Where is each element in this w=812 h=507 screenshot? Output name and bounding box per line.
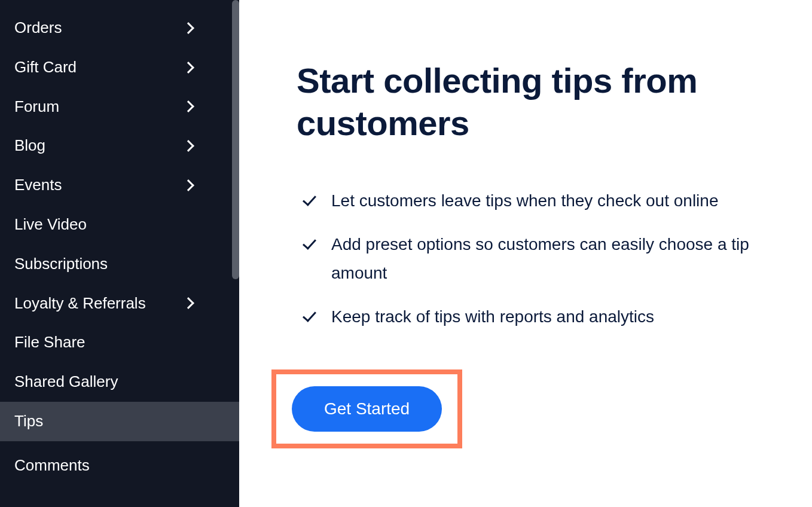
sidebar-item-label: Live Video bbox=[14, 215, 222, 235]
sidebar-item-label: Orders bbox=[14, 18, 184, 38]
sidebar-item-label: Subscriptions bbox=[14, 254, 222, 274]
check-icon bbox=[301, 236, 318, 251]
sidebar-item-label: Gift Card bbox=[14, 57, 184, 78]
chevron-right-icon bbox=[182, 22, 194, 34]
sidebar-item-label: Loyalty & Referrals bbox=[14, 294, 184, 314]
chevron-right-icon bbox=[182, 179, 194, 191]
feature-text: Keep track of tips with reports and anal… bbox=[331, 303, 654, 331]
check-icon bbox=[301, 309, 318, 323]
sidebar-item-label: Blog bbox=[14, 136, 184, 156]
feature-item: Keep track of tips with reports and anal… bbox=[301, 303, 756, 331]
check-icon bbox=[301, 193, 318, 207]
sidebar-separator bbox=[0, 441, 239, 446]
sidebar-item-blog[interactable]: Blog bbox=[0, 126, 239, 166]
feature-text: Add preset options so customers can easi… bbox=[331, 230, 756, 287]
sidebar-item-subscriptions[interactable]: Subscriptions bbox=[0, 245, 239, 284]
feature-item: Let customers leave tips when they check… bbox=[301, 187, 756, 215]
chevron-right-icon bbox=[182, 140, 194, 152]
sidebar-item-events[interactable]: Events bbox=[0, 166, 239, 205]
sidebar-item-gift-card[interactable]: Gift Card bbox=[0, 48, 239, 87]
sidebar-item-live-video[interactable]: Live Video bbox=[0, 205, 239, 245]
sidebar: Orders Gift Card Forum Blog Events Live … bbox=[0, 0, 239, 507]
sidebar-item-tips[interactable]: Tips bbox=[0, 402, 239, 441]
sidebar-item-label: Shared Gallery bbox=[14, 372, 222, 392]
sidebar-item-orders[interactable]: Orders bbox=[0, 8, 239, 48]
feature-list: Let customers leave tips when they check… bbox=[301, 187, 770, 331]
sidebar-item-file-share[interactable]: File Share bbox=[0, 323, 239, 362]
page-title: Start collecting tips from customers bbox=[297, 60, 770, 145]
sidebar-item-label: Tips bbox=[14, 411, 222, 432]
sidebar-item-label: Events bbox=[14, 175, 184, 196]
get-started-button[interactable]: Get Started bbox=[292, 386, 442, 432]
sidebar-item-label: File Share bbox=[14, 332, 222, 353]
sidebar-scrollbar[interactable] bbox=[232, 0, 239, 279]
cta-highlight-box: Get Started bbox=[271, 369, 462, 448]
sidebar-item-loyalty-referrals[interactable]: Loyalty & Referrals bbox=[0, 284, 239, 323]
chevron-right-icon bbox=[182, 62, 194, 74]
sidebar-item-label: Comments bbox=[14, 456, 222, 476]
sidebar-item-shared-gallery[interactable]: Shared Gallery bbox=[0, 362, 239, 402]
main-content: Start collecting tips from customers Let… bbox=[239, 0, 812, 507]
feature-text: Let customers leave tips when they check… bbox=[331, 187, 718, 215]
feature-item: Add preset options so customers can easi… bbox=[301, 230, 756, 287]
app-layout: Orders Gift Card Forum Blog Events Live … bbox=[0, 0, 812, 507]
chevron-right-icon bbox=[182, 298, 194, 310]
sidebar-item-comments[interactable]: Comments bbox=[0, 446, 239, 485]
sidebar-item-forum[interactable]: Forum bbox=[0, 87, 239, 127]
sidebar-item-label: Forum bbox=[14, 97, 184, 117]
chevron-right-icon bbox=[182, 101, 194, 113]
